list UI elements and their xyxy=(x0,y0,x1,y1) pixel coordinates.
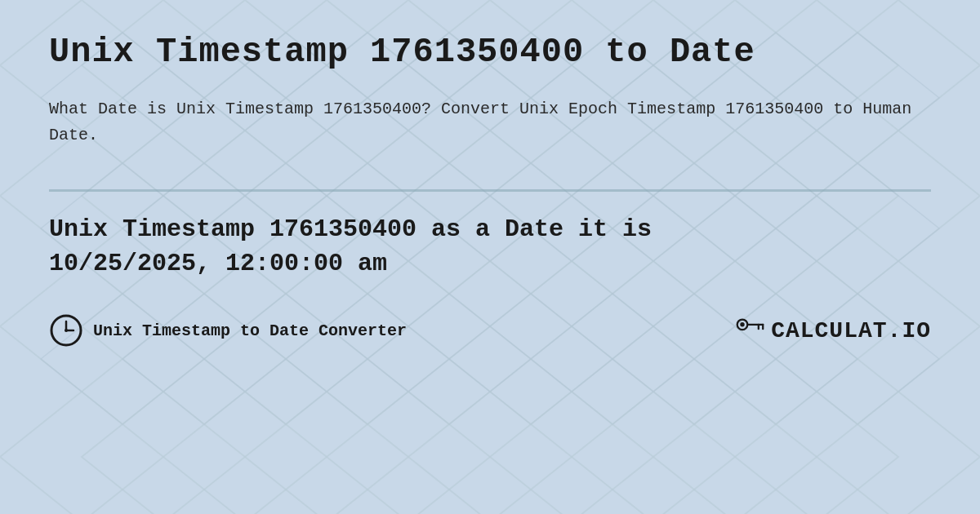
footer-label: Unix Timestamp to Date Converter xyxy=(93,321,407,340)
svg-point-82 xyxy=(65,329,68,332)
logo-area: CALCULAT.IO xyxy=(735,316,931,345)
result-section: Unix Timestamp 1761350400 as a Date it i… xyxy=(49,212,931,281)
result-text: Unix Timestamp 1761350400 as a Date it i… xyxy=(49,212,931,281)
logo-text: CALCULAT.IO xyxy=(771,318,931,343)
footer: Unix Timestamp to Date Converter CALCULA… xyxy=(49,313,931,348)
page-title: Unix Timestamp 1761350400 to Date xyxy=(49,33,931,72)
clock-icon xyxy=(49,313,83,348)
section-divider xyxy=(49,189,931,192)
page-description: What Date is Unix Timestamp 1761350400? … xyxy=(49,96,931,148)
result-line1: Unix Timestamp 1761350400 as a Date it i… xyxy=(49,215,652,243)
result-line2: 10/25/2025, 12:00:00 am xyxy=(49,250,387,277)
svg-point-84 xyxy=(740,322,744,326)
logo-icon xyxy=(735,316,764,345)
footer-left: Unix Timestamp to Date Converter xyxy=(49,313,407,348)
